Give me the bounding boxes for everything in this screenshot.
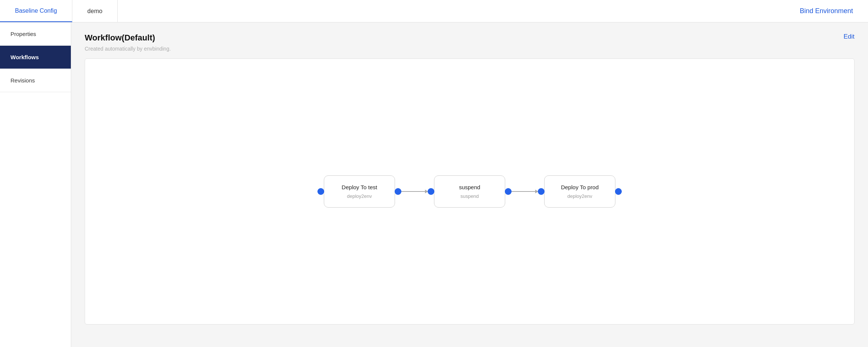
connector-line-2: [512, 191, 538, 192]
tab-baseline-config-label: Baseline Config: [15, 7, 57, 14]
node-deploy-test-subtitle: deploy2env: [335, 193, 383, 199]
sidebar-revisions-label: Revisions: [10, 77, 35, 84]
node-deploy-test[interactable]: Deploy To test deploy2env: [324, 175, 395, 208]
node-wrapper-deploy-test: Deploy To test deploy2env: [317, 175, 401, 208]
sidebar-workflows-label: Workflows: [10, 54, 39, 60]
sidebar-item-workflows[interactable]: Workflows: [0, 46, 71, 69]
edit-label: Edit: [844, 33, 855, 40]
node-deploy-prod[interactable]: Deploy To prod deploy2env: [544, 175, 615, 208]
tab-bar: Baseline Config demo Bind Environment: [0, 0, 868, 22]
node-deploy-prod-subtitle: deploy2env: [556, 193, 604, 199]
sidebar-item-properties[interactable]: Properties: [0, 22, 71, 46]
node-suspend[interactable]: suspend suspend: [434, 175, 505, 208]
node-dot-deploy-prod-right: [615, 188, 622, 195]
node-dot-suspend-right: [505, 188, 512, 195]
node-dot-deploy-test-left: [317, 188, 324, 195]
node-dot-deploy-prod-entry: [538, 188, 545, 195]
node-suspend-subtitle: suspend: [446, 193, 494, 199]
connector-line-1: [401, 191, 428, 192]
tab-demo[interactable]: demo: [72, 0, 118, 22]
main-layout: Properties Workflows Revisions Workflow(…: [0, 22, 868, 347]
tab-baseline-config[interactable]: Baseline Config: [0, 0, 72, 22]
node-suspend-title: suspend: [446, 184, 494, 190]
workflow-subtitle: Created automatically by envbinding.: [85, 46, 855, 52]
bind-environment-button[interactable]: Bind Environment: [785, 0, 868, 22]
sidebar-item-revisions[interactable]: Revisions: [0, 69, 71, 92]
workflow-nodes: Deploy To test deploy2env suspend suspen…: [85, 175, 854, 208]
tab-demo-label: demo: [87, 8, 102, 15]
edit-button[interactable]: Edit: [844, 33, 855, 40]
content-header: Workflow(Default) Edit: [85, 33, 855, 43]
sidebar-properties-label: Properties: [10, 31, 36, 37]
sidebar: Properties Workflows Revisions: [0, 22, 71, 347]
node-dot-deploy-test-right: [395, 188, 401, 195]
node-deploy-test-title: Deploy To test: [335, 184, 383, 190]
bind-env-label: Bind Environment: [800, 7, 853, 15]
node-wrapper-suspend: suspend suspend: [434, 175, 512, 208]
node-wrapper-deploy-prod: Deploy To prod deploy2env: [544, 175, 622, 208]
workflow-canvas: Deploy To test deploy2env suspend suspen…: [85, 58, 855, 325]
node-deploy-prod-title: Deploy To prod: [556, 184, 604, 190]
node-dot-suspend-entry: [428, 188, 434, 195]
workflow-title: Workflow(Default): [85, 33, 155, 43]
content-area: Workflow(Default) Edit Created automatic…: [71, 22, 868, 347]
